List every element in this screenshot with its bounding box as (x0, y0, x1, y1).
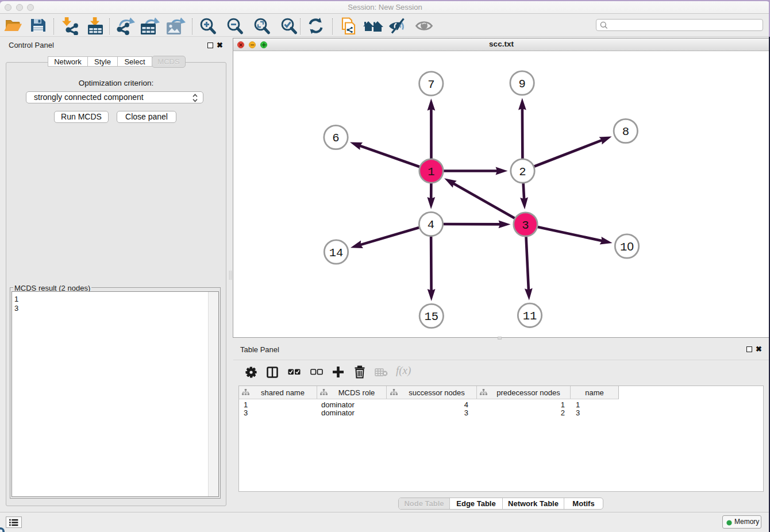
svg-text:11: 11 (523, 310, 537, 323)
svg-text:4: 4 (428, 218, 434, 232)
svg-text:15: 15 (424, 310, 438, 323)
svg-text:7: 7 (428, 78, 434, 91)
svg-text:8: 8 (622, 125, 629, 138)
svg-text:3: 3 (522, 219, 529, 232)
svg-text:10: 10 (620, 240, 634, 254)
svg-text:6: 6 (332, 132, 339, 145)
svg-text:9: 9 (518, 78, 525, 91)
svg-text:2: 2 (519, 165, 526, 179)
svg-text:1: 1 (428, 165, 434, 179)
svg-text:14: 14 (329, 246, 344, 260)
